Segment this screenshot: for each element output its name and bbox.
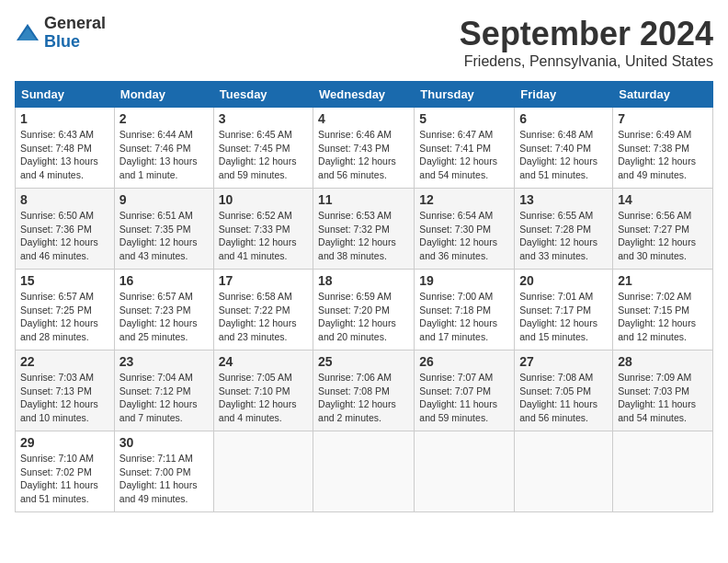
calendar-cell: 27Sunrise: 7:08 AMSunset: 7:05 PMDayligh… — [515, 350, 613, 431]
calendar-cell: 26Sunrise: 7:07 AMSunset: 7:07 PMDayligh… — [415, 350, 515, 431]
day-info: Sunrise: 7:01 AMSunset: 7:17 PMDaylight:… — [519, 290, 608, 344]
calendar-cell: 29Sunrise: 7:10 AMSunset: 7:02 PMDayligh… — [16, 431, 115, 512]
calendar-cell: 17Sunrise: 6:58 AMSunset: 7:22 PMDayligh… — [213, 270, 313, 350]
day-info: Sunrise: 6:59 AMSunset: 7:20 PMDaylight:… — [318, 290, 409, 344]
calendar-cell: 8Sunrise: 6:50 AMSunset: 7:36 PMDaylight… — [16, 189, 115, 270]
calendar-cell: 7Sunrise: 6:49 AMSunset: 7:38 PMDaylight… — [613, 108, 713, 189]
day-number: 3 — [219, 111, 308, 126]
calendar-cell — [415, 431, 515, 512]
calendar-cell — [515, 431, 613, 512]
day-info: Sunrise: 7:11 AMSunset: 7:00 PMDaylight:… — [119, 452, 209, 506]
day-number: 8 — [20, 192, 109, 207]
logo-icon — [15, 20, 40, 46]
day-number: 4 — [318, 111, 409, 126]
calendar-cell — [613, 431, 713, 512]
day-info: Sunrise: 7:08 AMSunset: 7:05 PMDaylight:… — [519, 371, 608, 425]
calendar-week-row: 8Sunrise: 6:50 AMSunset: 7:36 PMDaylight… — [16, 189, 713, 270]
month-title: September 2024 — [460, 15, 713, 53]
day-info: Sunrise: 7:03 AMSunset: 7:13 PMDaylight:… — [20, 371, 109, 425]
calendar-cell — [213, 431, 313, 512]
day-number: 21 — [618, 273, 708, 288]
calendar-header-saturday: Saturday — [613, 82, 713, 108]
logo-text: General Blue — [44, 15, 106, 52]
day-info: Sunrise: 6:47 AMSunset: 7:41 PMDaylight:… — [419, 128, 509, 182]
calendar-cell: 22Sunrise: 7:03 AMSunset: 7:13 PMDayligh… — [16, 350, 115, 431]
day-info: Sunrise: 6:46 AMSunset: 7:43 PMDaylight:… — [318, 128, 409, 182]
title-block: September 2024 Friedens, Pennsylvania, U… — [460, 15, 713, 70]
calendar-header-wednesday: Wednesday — [313, 82, 415, 108]
day-number: 6 — [519, 111, 608, 126]
day-info: Sunrise: 6:52 AMSunset: 7:33 PMDaylight:… — [219, 209, 308, 263]
logo-blue: Blue — [44, 33, 106, 52]
day-number: 28 — [618, 354, 708, 369]
day-number: 23 — [119, 354, 209, 369]
day-info: Sunrise: 7:07 AMSunset: 7:07 PMDaylight:… — [419, 371, 509, 425]
calendar-cell: 21Sunrise: 7:02 AMSunset: 7:15 PMDayligh… — [613, 270, 713, 350]
day-info: Sunrise: 7:09 AMSunset: 7:03 PMDaylight:… — [618, 371, 708, 425]
day-number: 12 — [419, 192, 509, 207]
calendar-cell: 9Sunrise: 6:51 AMSunset: 7:35 PMDaylight… — [114, 189, 213, 270]
calendar-header-thursday: Thursday — [415, 82, 515, 108]
calendar-cell: 1Sunrise: 6:43 AMSunset: 7:48 PMDaylight… — [16, 108, 115, 189]
calendar-header-row: SundayMondayTuesdayWednesdayThursdayFrid… — [16, 82, 713, 108]
calendar-week-row: 15Sunrise: 6:57 AMSunset: 7:25 PMDayligh… — [16, 270, 713, 350]
calendar-cell: 3Sunrise: 6:45 AMSunset: 7:45 PMDaylight… — [213, 108, 313, 189]
day-number: 17 — [219, 273, 308, 288]
day-info: Sunrise: 6:58 AMSunset: 7:22 PMDaylight:… — [219, 290, 308, 344]
location: Friedens, Pennsylvania, United States — [460, 53, 713, 70]
calendar-cell: 4Sunrise: 6:46 AMSunset: 7:43 PMDaylight… — [313, 108, 415, 189]
calendar-cell: 18Sunrise: 6:59 AMSunset: 7:20 PMDayligh… — [313, 270, 415, 350]
day-info: Sunrise: 6:57 AMSunset: 7:25 PMDaylight:… — [20, 290, 109, 344]
day-number: 26 — [419, 354, 509, 369]
calendar-header-monday: Monday — [114, 82, 213, 108]
calendar-cell — [313, 431, 415, 512]
calendar-cell: 25Sunrise: 7:06 AMSunset: 7:08 PMDayligh… — [313, 350, 415, 431]
calendar-week-row: 1Sunrise: 6:43 AMSunset: 7:48 PMDaylight… — [16, 108, 713, 189]
day-number: 27 — [519, 354, 608, 369]
day-info: Sunrise: 6:48 AMSunset: 7:40 PMDaylight:… — [519, 128, 608, 182]
logo: General Blue — [15, 15, 106, 52]
day-number: 1 — [20, 111, 109, 126]
calendar-cell: 5Sunrise: 6:47 AMSunset: 7:41 PMDaylight… — [415, 108, 515, 189]
day-number: 9 — [119, 192, 209, 207]
calendar-cell: 15Sunrise: 6:57 AMSunset: 7:25 PMDayligh… — [16, 270, 115, 350]
day-number: 16 — [119, 273, 209, 288]
day-info: Sunrise: 6:44 AMSunset: 7:46 PMDaylight:… — [119, 128, 209, 182]
calendar-cell: 28Sunrise: 7:09 AMSunset: 7:03 PMDayligh… — [613, 350, 713, 431]
day-number: 22 — [20, 354, 109, 369]
calendar-cell: 11Sunrise: 6:53 AMSunset: 7:32 PMDayligh… — [313, 189, 415, 270]
day-info: Sunrise: 6:53 AMSunset: 7:32 PMDaylight:… — [318, 209, 409, 263]
day-number: 18 — [318, 273, 409, 288]
logo-general: General — [44, 15, 106, 33]
calendar-cell: 16Sunrise: 6:57 AMSunset: 7:23 PMDayligh… — [114, 270, 213, 350]
day-info: Sunrise: 7:02 AMSunset: 7:15 PMDaylight:… — [618, 290, 708, 344]
day-number: 10 — [219, 192, 308, 207]
calendar-week-row: 22Sunrise: 7:03 AMSunset: 7:13 PMDayligh… — [16, 350, 713, 431]
day-info: Sunrise: 6:57 AMSunset: 7:23 PMDaylight:… — [119, 290, 209, 344]
day-number: 30 — [119, 435, 209, 450]
day-number: 29 — [20, 435, 109, 450]
calendar-cell: 12Sunrise: 6:54 AMSunset: 7:30 PMDayligh… — [415, 189, 515, 270]
day-info: Sunrise: 7:10 AMSunset: 7:02 PMDaylight:… — [20, 452, 109, 506]
day-info: Sunrise: 7:05 AMSunset: 7:10 PMDaylight:… — [219, 371, 308, 425]
calendar-cell: 19Sunrise: 7:00 AMSunset: 7:18 PMDayligh… — [415, 270, 515, 350]
day-info: Sunrise: 6:45 AMSunset: 7:45 PMDaylight:… — [219, 128, 308, 182]
calendar-cell: 14Sunrise: 6:56 AMSunset: 7:27 PMDayligh… — [613, 189, 713, 270]
day-number: 13 — [519, 192, 608, 207]
day-number: 19 — [419, 273, 509, 288]
calendar-cell: 20Sunrise: 7:01 AMSunset: 7:17 PMDayligh… — [515, 270, 613, 350]
day-info: Sunrise: 6:51 AMSunset: 7:35 PMDaylight:… — [119, 209, 209, 263]
calendar-cell: 23Sunrise: 7:04 AMSunset: 7:12 PMDayligh… — [114, 350, 213, 431]
calendar-header-friday: Friday — [515, 82, 613, 108]
calendar-week-row: 29Sunrise: 7:10 AMSunset: 7:02 PMDayligh… — [16, 431, 713, 512]
day-number: 11 — [318, 192, 409, 207]
day-number: 20 — [519, 273, 608, 288]
calendar-cell: 30Sunrise: 7:11 AMSunset: 7:00 PMDayligh… — [114, 431, 213, 512]
day-number: 2 — [119, 111, 209, 126]
day-info: Sunrise: 6:50 AMSunset: 7:36 PMDaylight:… — [20, 209, 109, 263]
day-info: Sunrise: 6:54 AMSunset: 7:30 PMDaylight:… — [419, 209, 509, 263]
day-number: 14 — [618, 192, 708, 207]
day-number: 24 — [219, 354, 308, 369]
day-number: 15 — [20, 273, 109, 288]
calendar-cell: 10Sunrise: 6:52 AMSunset: 7:33 PMDayligh… — [213, 189, 313, 270]
